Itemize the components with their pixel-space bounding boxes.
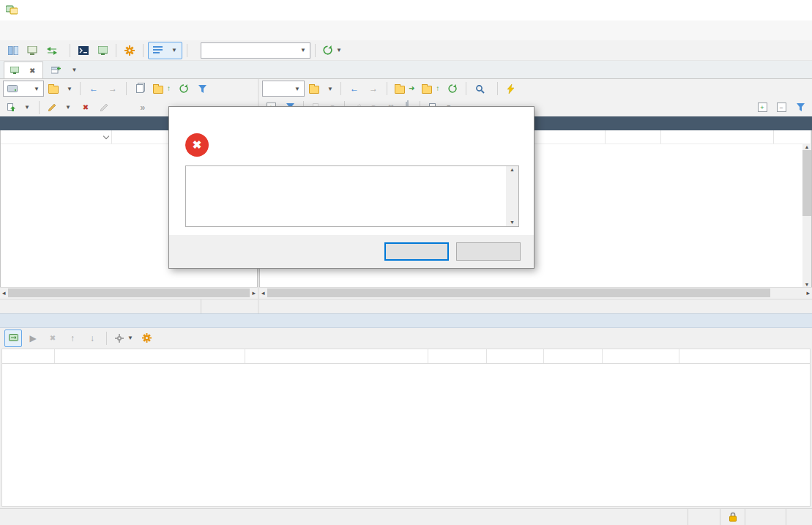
filter-icon[interactable] bbox=[194, 80, 212, 97]
add-to-queue-icon[interactable] bbox=[502, 80, 520, 97]
session-window-icon[interactable] bbox=[23, 42, 41, 59]
scrollbar-thumb[interactable] bbox=[8, 288, 250, 297]
queue-preferences-gear-icon[interactable] bbox=[138, 329, 156, 347]
close-button[interactable] bbox=[778, 0, 812, 21]
error-dialog: ✖ ▲ ▼ bbox=[168, 106, 534, 269]
error-icon: ✖ bbox=[185, 133, 209, 157]
scrollbar-thumb[interactable] bbox=[802, 150, 811, 216]
protocol-status bbox=[688, 509, 720, 525]
local-status-bar bbox=[0, 299, 258, 313]
scroll-left-icon[interactable]: ◂ bbox=[2, 289, 6, 297]
open-directory-icon[interactable]: ▼ bbox=[306, 80, 336, 97]
bookmark-directory-icon[interactable]: ➜ bbox=[392, 80, 417, 97]
refresh-session-icon[interactable]: ▼ bbox=[320, 42, 345, 59]
dialog-detail-scrollbar[interactable]: ▲ ▼ bbox=[506, 166, 518, 226]
remote-column-owner[interactable] bbox=[661, 130, 774, 144]
remote-column-rights[interactable] bbox=[606, 130, 661, 144]
queue-column-time[interactable] bbox=[487, 349, 544, 363]
parent-directory-icon[interactable]: ↑ bbox=[150, 80, 174, 97]
help-button[interactable] bbox=[456, 242, 521, 261]
refresh-icon[interactable] bbox=[444, 80, 461, 97]
back-icon[interactable]: ← bbox=[85, 80, 103, 97]
chevron-down-icon: ▼ bbox=[65, 104, 71, 111]
back-icon[interactable]: ← bbox=[346, 80, 363, 97]
remote-selection-status bbox=[259, 299, 812, 313]
queue-toolbar: ▶ ✖ ↑ ↓ ▼ bbox=[0, 328, 812, 349]
filter-icon[interactable] bbox=[791, 99, 809, 116]
chevron-down-icon: ▼ bbox=[300, 47, 306, 53]
queue-column-operation[interactable] bbox=[2, 349, 55, 363]
queue-options-icon[interactable]: ▼ bbox=[112, 329, 136, 347]
queue-column-speed[interactable] bbox=[544, 349, 603, 363]
local-column-name[interactable] bbox=[1, 130, 112, 144]
local-toolbar-row1: ▼ ▼ ← → ↑ bbox=[0, 79, 258, 98]
local-drive-combo[interactable]: ▼ bbox=[3, 81, 44, 97]
remote-column-type[interactable] bbox=[774, 130, 811, 144]
queue-show-icon[interactable] bbox=[4, 329, 22, 347]
scroll-right-icon[interactable]: ▸ bbox=[806, 289, 810, 297]
delete-icon[interactable]: ✖ bbox=[77, 99, 94, 116]
queue-column-destination[interactable] bbox=[245, 349, 428, 363]
parent-directory-icon[interactable]: ↑ bbox=[419, 80, 442, 97]
tree-expand-icon[interactable]: + bbox=[753, 99, 771, 116]
forward-icon[interactable]: → bbox=[365, 80, 382, 97]
queue-move-down-icon[interactable]: ↓ bbox=[83, 329, 101, 347]
refresh-icon[interactable] bbox=[175, 80, 193, 97]
maximize-button[interactable] bbox=[745, 0, 778, 21]
local-horizontal-scrollbar[interactable]: ◂ ▸ bbox=[0, 287, 258, 299]
local-selection-status bbox=[0, 299, 201, 313]
chevron-down-icon: ▼ bbox=[71, 67, 77, 73]
chevron-down-icon: ▼ bbox=[294, 86, 300, 92]
chevron-down-icon: ▼ bbox=[34, 86, 40, 92]
scroll-up-icon[interactable]: ▲ bbox=[805, 144, 810, 149]
putty-icon[interactable] bbox=[94, 42, 111, 59]
synchronize-button[interactable] bbox=[42, 42, 65, 59]
preferences-gear-icon[interactable] bbox=[121, 42, 138, 59]
queue-delete-icon[interactable]: ✖ bbox=[44, 329, 62, 347]
dialog-title-bar[interactable] bbox=[169, 107, 534, 129]
tab-close-icon[interactable]: ✖ bbox=[28, 67, 37, 75]
scroll-left-icon[interactable]: ◂ bbox=[261, 289, 265, 297]
encryption-status bbox=[720, 509, 745, 525]
scroll-down-icon[interactable]: ▼ bbox=[805, 282, 810, 287]
queue-move-up-icon[interactable]: ↑ bbox=[64, 329, 81, 347]
chevron-down-icon: ▼ bbox=[127, 335, 133, 341]
session-tab-bar: ✖ ▼ bbox=[0, 61, 812, 79]
sort-chevron-icon bbox=[103, 133, 109, 138]
find-files-button[interactable] bbox=[471, 80, 493, 97]
ok-button[interactable] bbox=[384, 242, 449, 261]
terminal-icon[interactable] bbox=[75, 42, 92, 59]
queue-toggle-button[interactable]: ▼ bbox=[148, 42, 182, 59]
toolbar-overflow-icon[interactable]: » bbox=[134, 99, 152, 116]
scroll-down-icon[interactable]: ▼ bbox=[510, 219, 515, 226]
queue-column-transferred[interactable] bbox=[428, 349, 487, 363]
minimize-button[interactable] bbox=[711, 0, 745, 21]
dialog-help-icon[interactable] bbox=[472, 107, 503, 129]
tree-collapse-icon[interactable]: − bbox=[772, 99, 790, 116]
queue-column-progress[interactable] bbox=[603, 349, 679, 363]
new-tab-icon bbox=[51, 66, 61, 74]
drive-icon bbox=[7, 85, 18, 92]
remote-directory-combo[interactable]: ▼ bbox=[262, 81, 305, 97]
edit-pencil-icon bbox=[48, 103, 56, 111]
commander-layout-icon[interactable] bbox=[4, 42, 22, 59]
queue-column-source[interactable] bbox=[55, 349, 245, 363]
remote-horizontal-scrollbar[interactable]: ◂ ▸ bbox=[259, 287, 812, 299]
session-tab-active[interactable]: ✖ bbox=[4, 62, 43, 78]
scrollbar-thumb[interactable] bbox=[267, 288, 771, 297]
queue-play-icon[interactable]: ▶ bbox=[24, 329, 42, 347]
copy-path-icon[interactable] bbox=[131, 80, 149, 97]
title-bar bbox=[0, 0, 812, 21]
new-tab-button[interactable]: ▼ bbox=[45, 62, 83, 78]
local-edit-button[interactable]: ▼ bbox=[44, 99, 75, 116]
scroll-up-icon[interactable]: ▲ bbox=[510, 166, 515, 174]
local-hidden-count[interactable] bbox=[201, 299, 258, 313]
remote-vertical-scrollbar[interactable]: ▲ ▼ bbox=[802, 144, 811, 287]
dialog-close-icon[interactable] bbox=[503, 107, 534, 129]
open-directory-icon[interactable]: ▼ bbox=[45, 80, 75, 97]
rename-icon[interactable] bbox=[96, 99, 113, 116]
forward-icon[interactable]: → bbox=[104, 80, 122, 97]
scroll-right-icon[interactable]: ▸ bbox=[252, 289, 256, 297]
upload-button[interactable]: ▼ bbox=[3, 99, 34, 116]
transfer-settings-combo[interactable]: ▼ bbox=[201, 42, 310, 59]
